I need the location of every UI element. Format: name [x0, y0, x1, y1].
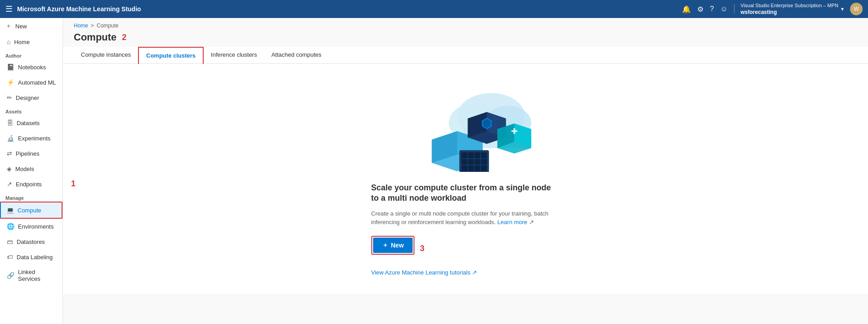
tab-attached-computes[interactable]: Attached computes [264, 47, 329, 64]
hero-text: Scale your compute cluster from a single… [371, 183, 560, 276]
endpoints-icon: ↗ [7, 180, 12, 188]
tabs-container: Compute instances Compute clusters Infer… [63, 47, 868, 64]
breadcrumb: Home > Compute [63, 18, 868, 32]
experiments-icon: 🔬 [7, 135, 14, 142]
sidebar-item-pipelines[interactable]: ⇄ Pipelines [0, 146, 62, 161]
sidebar-item-notebooks[interactable]: 📓 Notebooks [0, 59, 62, 75]
notebooks-icon: 📓 [7, 63, 14, 71]
dropdown-icon[interactable]: ▾ [841, 6, 844, 12]
svg-rect-16 [513, 128, 515, 134]
plus-icon: ＋ [5, 22, 12, 30]
breadcrumb-current: Compute [97, 22, 119, 29]
notification-icon[interactable]: 🔔 [682, 5, 691, 14]
avatar[interactable]: W [850, 3, 863, 15]
sidebar-item-compute[interactable]: 💻 Compute [0, 202, 62, 219]
hero-illustration [394, 82, 538, 172]
external-link-icon: ↗ [529, 219, 534, 225]
annotation-2: 2 [122, 33, 126, 42]
sidebar-section-manage: Manage [0, 192, 62, 202]
designer-icon: ✏ [7, 94, 12, 101]
environments-icon: 🌐 [7, 223, 14, 230]
hero-description: Create a single or multi node compute cl… [371, 209, 560, 227]
help-icon[interactable]: ? [710, 5, 714, 13]
tab-inference-clusters[interactable]: Inference clusters [204, 47, 264, 64]
sidebar-item-datasets[interactable]: 🗄 Datasets [0, 115, 62, 130]
main-layout: ＋ New ⌂ Home Author 📓 Notebooks ⚡ Automa… [0, 18, 868, 324]
tab-compute-clusters[interactable]: Compute clusters [138, 47, 204, 64]
sidebar-item-automated-ml[interactable]: ⚡ Automated ML [0, 75, 62, 90]
sidebar-section-assets: Assets [0, 105, 62, 115]
page-title: Compute [74, 32, 116, 43]
content-area: Home > Compute Compute 2 Compute instanc… [63, 18, 868, 324]
new-compute-button[interactable]: ＋ New [373, 238, 413, 253]
home-icon: ⌂ [7, 38, 10, 45]
models-icon: ◈ [7, 165, 12, 172]
sidebar-item-models[interactable]: ◈ Models [0, 161, 62, 176]
external-link-icon: ↗ [472, 269, 477, 276]
user-info: Visual Studio Enterprise Subscription – … [741, 3, 844, 15]
data-labeling-icon: 🏷 [7, 253, 13, 261]
main-content: Scale your compute cluster from a single… [63, 64, 868, 294]
plus-icon: ＋ [382, 241, 388, 249]
topbar: ☰ Microsoft Azure Machine Learning Studi… [0, 0, 868, 18]
sidebar-item-data-labeling[interactable]: 🏷 Data Labeling [0, 249, 62, 265]
hamburger-icon[interactable]: ☰ [5, 4, 13, 14]
sidebar-item-environments[interactable]: 🌐 Environments [0, 219, 62, 234]
sidebar-item-new[interactable]: ＋ New [0, 18, 62, 34]
hero-title: Scale your compute cluster from a single… [371, 183, 560, 204]
sidebar-item-home[interactable]: ⌂ Home [0, 34, 62, 50]
sidebar-item-endpoints[interactable]: ↗ Endpoints [0, 176, 62, 192]
settings-icon[interactable]: ⚙ [697, 5, 703, 14]
tab-compute-instances[interactable]: Compute instances [74, 47, 138, 64]
datastores-icon: 🗃 [7, 238, 13, 245]
topbar-right: 🔔 ⚙ ? ☺ Visual Studio Enterprise Subscri… [682, 3, 863, 15]
sidebar: ＋ New ⌂ Home Author 📓 Notebooks ⚡ Automa… [0, 18, 63, 324]
annotation-3: 3 [420, 244, 424, 253]
sidebar-item-linked-services[interactable]: 🔗 Linked Services [0, 265, 62, 286]
linked-services-icon: 🔗 [7, 272, 14, 279]
subscription-name: Visual Studio Enterprise Subscription – … [741, 3, 838, 15]
app-title: Microsoft Azure Machine Learning Studio [17, 5, 141, 13]
pipelines-icon: ⇄ [7, 150, 12, 157]
automated-ml-icon: ⚡ [7, 79, 14, 86]
divider [734, 4, 734, 14]
learn-more-link[interactable]: Learn more [498, 219, 527, 225]
sidebar-item-experiments[interactable]: 🔬 Experiments [0, 130, 62, 146]
sidebar-item-datastores[interactable]: 🗃 Datastores [0, 234, 62, 249]
breadcrumb-separator: > [91, 22, 94, 29]
topbar-left: ☰ Microsoft Azure Machine Learning Studi… [5, 4, 141, 14]
compute-icon: 💻 [6, 207, 14, 214]
breadcrumb-home[interactable]: Home [74, 22, 88, 29]
new-button-wrapper: ＋ New [371, 236, 415, 255]
tutorials-link[interactable]: View Azure Machine Learning tutorials ↗ [371, 269, 560, 276]
sidebar-section-author: Author [0, 50, 62, 59]
feedback-icon[interactable]: ☺ [720, 5, 727, 13]
datasets-icon: 🗄 [7, 119, 13, 126]
sidebar-item-designer[interactable]: ✏ Designer [0, 90, 62, 105]
